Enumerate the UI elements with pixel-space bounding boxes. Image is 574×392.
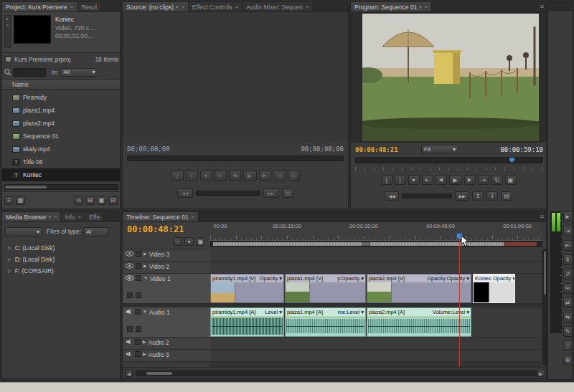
speaker-icon[interactable] — [126, 309, 133, 316]
expand-track-icon[interactable]: ▶ — [143, 339, 146, 345]
set-marker-button[interactable]: ▼ — [408, 175, 420, 185]
lane-video2[interactable] — [210, 262, 542, 274]
play-button[interactable]: ▶ — [243, 171, 257, 181]
zoom-out-icon[interactable]: ◀ — [125, 370, 133, 377]
lane-video1[interactable]: piramidy1.mp4 [V]Opacity ▾ plaza1.mp4 [V… — [210, 274, 542, 304]
project-item-title06[interactable]: T Title 06 — [2, 156, 120, 168]
lane-audio3[interactable] — [210, 350, 542, 362]
search-input[interactable] — [13, 68, 46, 77]
tab-timeline[interactable]: Timeline: Sequence 01 × — [123, 212, 199, 221]
step-back-button[interactable]: ◀ — [229, 171, 241, 181]
clip-fx-menu[interactable]: y:Opacity ▾ — [337, 274, 364, 282]
expand-track-icon[interactable]: ▶ — [143, 351, 146, 358]
hand-tool-icon[interactable]: ☝ — [563, 340, 573, 351]
project-item-plaza2[interactable]: plaza2.mp4 — [2, 117, 120, 130]
sync-lock-box[interactable] — [135, 339, 141, 345]
loop-button[interactable]: ↻ — [491, 175, 503, 185]
chevron-right-icon[interactable]: ▷ — [8, 257, 11, 263]
tab-effects[interactable]: Effe — [85, 212, 104, 221]
rolling-edit-tool-icon[interactable]: ⇕ — [563, 254, 573, 265]
timeline-current-timecode[interactable]: 00:00:48:21 — [127, 224, 184, 234]
tab-effect-controls[interactable]: Effect Controls × — [189, 2, 243, 11]
shuttle-right-button[interactable]: ▶▶ — [263, 188, 279, 198]
shuttle-left-button[interactable]: ◀◀ — [177, 188, 193, 198]
chevron-right-icon[interactable]: ▷ — [8, 268, 11, 274]
automate-to-sequence-button[interactable]: ⇒ — [74, 196, 83, 205]
set-marker-button[interactable]: ▼ — [184, 237, 194, 246]
display-style-button[interactable] — [127, 292, 133, 298]
scrollbar-thumb[interactable] — [5, 186, 47, 188]
track-header-video2[interactable]: ▶ Video 2 — [123, 262, 210, 274]
clip-plaza1-video[interactable]: plaza1.mp4 [V]y:Opacity ▾ — [285, 274, 366, 303]
zoom-in-icon[interactable]: ▶ — [537, 370, 545, 377]
volume-rubber-band[interactable] — [367, 317, 471, 318]
tab-program[interactable]: Program: Sequence 01 ▾ × — [351, 2, 432, 11]
source-current-timecode[interactable]: 00;00;00;00 — [127, 145, 170, 153]
close-icon[interactable]: × — [70, 4, 74, 10]
program-scrub-bar[interactable] — [355, 157, 543, 163]
shuttle-slider[interactable] — [196, 191, 260, 196]
close-icon[interactable]: × — [54, 214, 57, 220]
source-scrub-bar[interactable] — [127, 156, 344, 161]
timeline-vscrollbar[interactable] — [542, 249, 547, 365]
drive-item-d[interactable]: ▷ D: (Local Disk) — [2, 254, 120, 265]
drive-item-f[interactable]: ▷ F: (CORSAIR) — [2, 265, 120, 277]
tab-source[interactable]: Source: (no clips) ▾ × — [123, 2, 189, 11]
safe-margins-button[interactable]: ▣ — [505, 175, 517, 185]
sync-lock-box[interactable] — [135, 309, 141, 315]
slip-tool-icon[interactable]: ⇄ — [563, 297, 573, 308]
scrollbar-thumb[interactable] — [544, 252, 546, 295]
panel-menu-icon[interactable]: ≡ — [540, 3, 544, 10]
selection-tool-icon[interactable]: ► — [563, 211, 573, 222]
clip-fx-menu[interactable]: Opacity ▾ — [493, 274, 514, 282]
close-icon[interactable]: × — [78, 214, 82, 220]
volume-rubber-band[interactable] — [211, 317, 283, 318]
rate-stretch-tool-icon[interactable]: ⇗ — [563, 269, 573, 279]
close-icon[interactable]: × — [181, 4, 184, 10]
clip-fx-menu[interactable]: Opacity:Opacity ▾ — [427, 274, 469, 282]
track-header-audio3[interactable]: ▶ Audio 3 — [123, 350, 210, 362]
set-in-point-button[interactable]: { — [381, 175, 392, 185]
razor-tool-icon[interactable]: ✂ — [563, 283, 573, 294]
set-out-point-button[interactable]: } — [186, 171, 198, 181]
track-select-tool-icon[interactable]: ⇥ — [563, 226, 573, 236]
eye-icon[interactable] — [126, 263, 133, 270]
shuttle-left-button[interactable]: ◀◀ — [385, 191, 399, 201]
display-style-button[interactable] — [127, 326, 133, 332]
set-in-point-button[interactable]: { — [171, 171, 184, 181]
timeline-hscrollbar[interactable] — [136, 371, 542, 376]
clip-piramidy1-video[interactable]: piramidy1.mp4 [V]Opacity ▾ — [210, 274, 284, 303]
expand-track-icon[interactable]: ▶ — [144, 251, 147, 257]
work-area-grip[interactable] — [362, 242, 370, 246]
fit-dropdown[interactable]: Fit ▾ — [421, 145, 458, 154]
snap-toggle-icon[interactable]: ∩ — [173, 237, 182, 246]
clip-koniec-video-selected[interactable]: KoniecOpacity ▾ — [473, 274, 515, 303]
project-item-piramidy[interactable]: Piramidy — [2, 91, 120, 104]
close-icon[interactable]: × — [235, 4, 238, 10]
ripple-edit-tool-icon[interactable]: ⇤ — [563, 240, 573, 251]
go-to-in-button[interactable]: ⇤ — [215, 171, 227, 181]
eye-icon[interactable] — [126, 275, 133, 282]
step-forward-button[interactable]: ▶ — [464, 175, 476, 185]
clip-fx-menu[interactable]: Opacity ▾ — [260, 274, 282, 282]
close-icon[interactable]: × — [192, 214, 195, 220]
new-bin-button[interactable]: ⊞ — [85, 196, 95, 205]
icon-view-button[interactable]: ▦ — [16, 196, 25, 205]
sync-lock-box[interactable] — [136, 251, 141, 257]
shuttle-slider[interactable] — [402, 193, 452, 199]
keyframe-display-button[interactable] — [136, 326, 141, 332]
slide-tool-icon[interactable]: ⇆ — [563, 312, 573, 322]
sync-lock-box[interactable] — [135, 351, 141, 357]
expand-track-icon[interactable]: ▶ — [144, 263, 147, 269]
clip-plaza2-audio[interactable]: plaza2.mp4 [A]Volume:Level ▾ — [367, 307, 471, 337]
project-item-sequence01[interactable]: Sequence 01 — [2, 130, 120, 143]
project-item-skaly[interactable]: skaly.mp4 — [2, 143, 120, 156]
clip-plaza2-video[interactable]: plaza2.mp4 [V]Opacity:Opacity ▾ — [367, 274, 471, 303]
volume-rubber-band[interactable] — [286, 317, 365, 318]
clip-fx-menu[interactable]: Level ▾ — [265, 308, 282, 316]
tab-info[interactable]: Info × — [61, 212, 85, 221]
output-button[interactable]: ▤ — [282, 188, 294, 198]
close-icon[interactable]: × — [424, 4, 428, 10]
work-area-bar[interactable] — [210, 241, 542, 247]
track-header-audio1[interactable]: ▼ Audio 1 — [123, 307, 210, 338]
